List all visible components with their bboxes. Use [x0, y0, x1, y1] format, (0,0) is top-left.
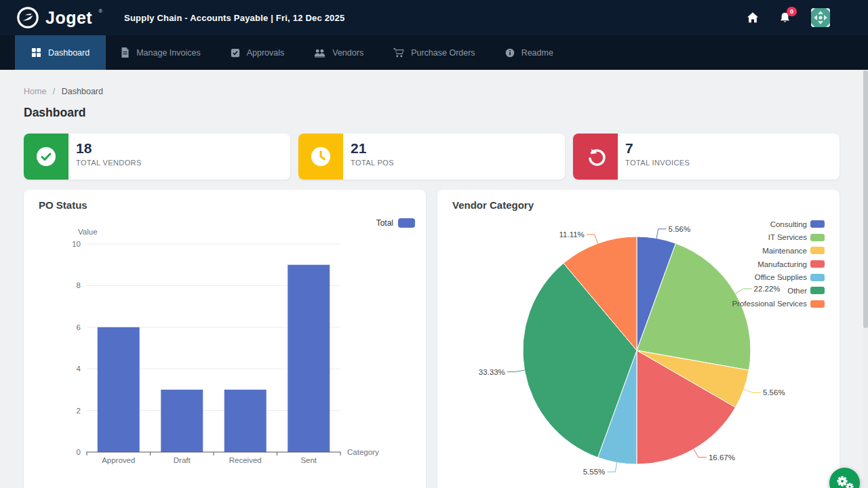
legend-item-other[interactable]: Other	[787, 284, 825, 298]
page-title: Dashboard	[24, 106, 85, 120]
legend-swatch	[810, 247, 825, 254]
info-icon	[505, 48, 515, 58]
nav-tab-dashboard[interactable]: Dashboard	[15, 35, 106, 70]
svg-text:Received: Received	[229, 456, 262, 464]
home-button[interactable]	[747, 12, 759, 24]
nav-label: Vendors	[332, 48, 363, 58]
notification-badge: 0	[787, 7, 797, 16]
notifications-button[interactable]: 0	[779, 12, 791, 24]
nav-label: Approvals	[247, 48, 285, 58]
legend-label: Other	[787, 287, 807, 295]
home-icon	[747, 12, 759, 24]
stat-label: TOTAL INVOICES	[625, 159, 690, 167]
logo-registered-mark: ®	[98, 8, 102, 14]
legend-label: IT Services	[768, 233, 807, 241]
logo-text: Joget	[45, 6, 92, 29]
bar-draft[interactable]	[161, 390, 203, 452]
svg-text:33.33%: 33.33%	[479, 368, 505, 376]
page-scrollbar-thumb[interactable]	[863, 70, 868, 328]
bar-received[interactable]	[224, 390, 267, 452]
svg-text:Approved: Approved	[102, 456, 135, 464]
svg-text:Value: Value	[78, 228, 98, 236]
stat-card-total-pos: 21 TOTAL POS	[298, 134, 565, 180]
page-scrollbar-track	[863, 70, 868, 488]
nav-tab-purchase-orders[interactable]: Purchase Orders	[378, 35, 490, 70]
legend-swatch	[810, 287, 825, 294]
stat-value: 18	[76, 140, 142, 157]
undo-icon	[573, 134, 618, 180]
legend-item-office-supplies[interactable]: Office Supplies	[755, 270, 825, 284]
breadcrumb-separator: /	[53, 87, 55, 96]
legend-label: Office Supplies	[755, 273, 807, 281]
breadcrumb-current: Dashboard	[62, 87, 103, 96]
nav-tab-readme[interactable]: Readme	[490, 35, 568, 70]
stat-card-total-invoices: 7 TOTAL INVOICES	[573, 134, 840, 180]
svg-text:10: 10	[72, 240, 81, 248]
legend-label: Professional Services	[732, 300, 807, 308]
stat-value: 7	[625, 140, 690, 157]
user-avatar[interactable]	[811, 8, 830, 27]
legend-label: Consulting	[770, 220, 807, 228]
app-title: Supply Chain - Accounts Payable | Fri, 1…	[124, 13, 344, 23]
legend-swatch	[810, 274, 825, 281]
nav-label: Purchase Orders	[411, 48, 475, 58]
invoice-icon	[121, 47, 130, 58]
nav-label: Manage Invoices	[136, 48, 201, 58]
clock-icon	[298, 134, 343, 180]
svg-text:4: 4	[77, 365, 81, 373]
breadcrumb-home-link[interactable]: Home	[24, 87, 46, 96]
svg-text:5.56%: 5.56%	[763, 388, 785, 396]
checkbox-icon	[231, 48, 240, 58]
content-area: Home / Dashboard Dashboard 18 TOTAL VEND…	[0, 70, 868, 488]
stat-card-total-vendors: 18 TOTAL VENDORS	[24, 134, 290, 180]
legend-label: Maintenance	[762, 247, 807, 255]
nav-label: Readme	[521, 48, 553, 58]
legend-swatch	[810, 300, 825, 308]
breadcrumb: Home / Dashboard	[24, 87, 103, 96]
users-icon	[314, 48, 326, 58]
po-status-chart[interactable]: 0246810ValueCategoryApprovedDraftReceive…	[24, 190, 426, 488]
svg-text:5.55%: 5.55%	[583, 468, 606, 476]
svg-text:Sent: Sent	[300, 456, 317, 464]
legend-swatch	[810, 234, 825, 241]
bar-approved[interactable]	[98, 327, 140, 452]
svg-text:Draft: Draft	[174, 456, 191, 464]
gears-icon	[835, 474, 855, 488]
legend-item-professional-services[interactable]: Professional Services	[732, 298, 825, 311]
legend-swatch	[810, 220, 825, 228]
po-status-card: PO Status Total 0246810ValueCategoryAppr…	[24, 190, 426, 488]
stat-label: TOTAL VENDORS	[76, 159, 142, 167]
top-header: Joget ® Supply Chain - Accounts Payable …	[0, 0, 868, 35]
legend-item-maintenance[interactable]: Maintenance	[762, 244, 825, 258]
legend-label: Manufacturing	[757, 260, 807, 268]
svg-text:2: 2	[77, 407, 81, 415]
svg-text:11.11%: 11.11%	[559, 230, 585, 239]
legend-item-it-services[interactable]: IT Services	[768, 231, 825, 245]
main-nav: Dashboard Manage Invoices Approvals Vend…	[0, 35, 868, 70]
nav-label: Dashboard	[48, 48, 90, 58]
legend-item-manufacturing[interactable]: Manufacturing	[757, 258, 825, 271]
vendor-category-card: Vendor Category 5.56%22.22%5.56%16.67%5.…	[437, 190, 840, 488]
cart-icon	[393, 47, 404, 58]
dashboard-grid-icon	[31, 47, 41, 58]
svg-text:8: 8	[77, 281, 81, 289]
svg-text:5.56%: 5.56%	[669, 225, 691, 233]
check-circle-icon	[24, 134, 68, 180]
nav-tab-manage-invoices[interactable]: Manage Invoices	[106, 35, 216, 70]
nav-tab-approvals[interactable]: Approvals	[216, 35, 300, 70]
svg-text:Category: Category	[347, 448, 379, 456]
stat-label: TOTAL POS	[351, 159, 394, 167]
joget-logo[interactable]: Joget ®	[16, 6, 102, 29]
pie-legend: ConsultingIT ServicesMaintenanceManufact…	[732, 218, 825, 310]
bar-sent[interactable]	[288, 265, 330, 452]
svg-text:6: 6	[77, 323, 81, 331]
legend-swatch	[810, 260, 825, 268]
svg-text:0: 0	[77, 448, 81, 456]
stat-value: 21	[351, 140, 394, 157]
nav-tab-vendors[interactable]: Vendors	[299, 35, 378, 70]
legend-item-consulting[interactable]: Consulting	[770, 218, 825, 231]
svg-text:16.67%: 16.67%	[709, 453, 735, 462]
joget-logo-icon	[16, 6, 39, 29]
